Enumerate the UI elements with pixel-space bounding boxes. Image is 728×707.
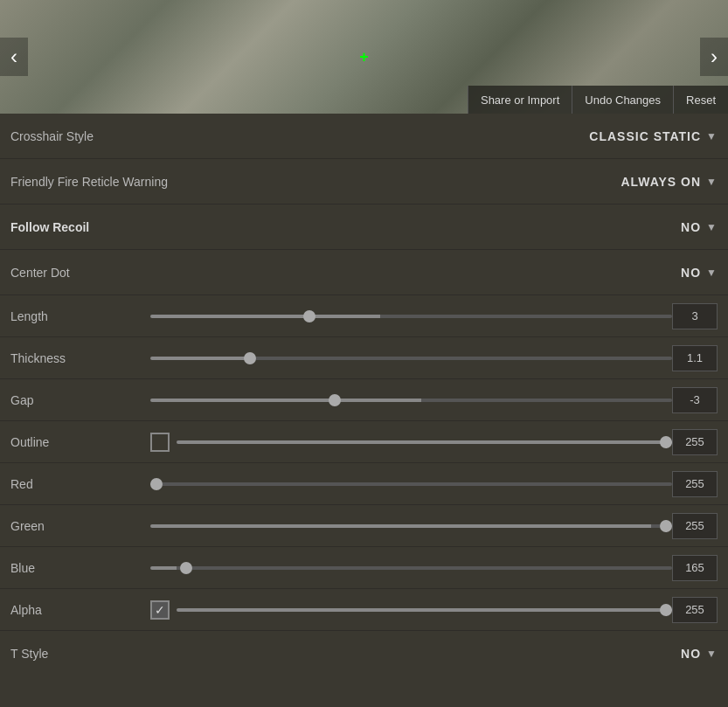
- gap-label: Gap: [10, 393, 150, 407]
- t-style-dropdown[interactable]: NO ▼: [681, 647, 718, 661]
- follow-recoil-value: NO: [681, 220, 701, 234]
- alpha-slider[interactable]: [177, 608, 672, 612]
- crosshair-style-row: Crosshair Style CLASSIC STATIC ▼: [0, 114, 728, 159]
- gap-slider[interactable]: [150, 399, 672, 402]
- length-row: Length 3: [0, 295, 728, 337]
- red-label: Red: [10, 477, 150, 491]
- green-slider[interactable]: [150, 524, 672, 528]
- gap-row: Gap -3: [0, 379, 728, 421]
- center-dot-row: Center Dot NO ▼: [0, 250, 728, 295]
- t-style-arrow-icon: ▼: [706, 648, 718, 660]
- blue-slider-container: [150, 566, 672, 570]
- alpha-slider-container: ✓: [150, 600, 672, 620]
- outline-slider[interactable]: [177, 440, 672, 444]
- toolbar: Share or Import Undo Changes Reset: [468, 86, 728, 114]
- nav-next-button[interactable]: ›: [700, 38, 728, 76]
- friendly-fire-value: ALWAYS ON: [621, 175, 701, 189]
- length-value: 3: [672, 303, 718, 329]
- center-dot-dropdown[interactable]: NO ▼: [681, 266, 718, 280]
- blue-value: 165: [672, 555, 718, 581]
- t-style-control: NO ▼: [681, 647, 718, 661]
- crosshair-style-control: CLASSIC STATIC ▼: [589, 129, 718, 143]
- friendly-fire-label: Friendly Fire Reticle Warning: [10, 175, 168, 189]
- alpha-row: Alpha ✓ 255: [0, 589, 728, 631]
- alpha-checkmark-icon: ✓: [155, 604, 165, 616]
- gap-slider-container: [150, 399, 672, 402]
- friendly-fire-row: Friendly Fire Reticle Warning ALWAYS ON …: [0, 159, 728, 204]
- friendly-fire-arrow-icon: ▼: [706, 176, 718, 188]
- share-import-button[interactable]: Share or Import: [468, 86, 572, 114]
- red-row: Red 255: [0, 463, 728, 505]
- alpha-value: 255: [672, 597, 718, 623]
- outline-value: 255: [672, 429, 718, 455]
- outline-row: Outline 255: [0, 421, 728, 463]
- green-row: Green 255: [0, 505, 728, 547]
- thickness-slider-container: [150, 357, 672, 360]
- nav-prev-button[interactable]: ‹: [0, 38, 28, 76]
- alpha-checkbox[interactable]: ✓: [150, 600, 170, 620]
- follow-recoil-dropdown[interactable]: NO ▼: [681, 220, 718, 234]
- follow-recoil-control: NO ▼: [681, 220, 718, 234]
- crosshair-style-arrow-icon: ▼: [706, 130, 718, 142]
- green-slider-container: [150, 524, 672, 528]
- settings-panel: Crosshair Style CLASSIC STATIC ▼ Friendl…: [0, 114, 728, 676]
- undo-changes-button[interactable]: Undo Changes: [572, 86, 673, 114]
- thickness-value: 1.1: [672, 345, 718, 371]
- center-dot-label: Center Dot: [10, 266, 150, 280]
- green-value: 255: [672, 513, 718, 539]
- friendly-fire-control: ALWAYS ON ▼: [621, 175, 718, 189]
- outline-label: Outline: [10, 435, 150, 449]
- outline-checkbox[interactable]: [150, 433, 170, 452]
- crosshair-style-value: CLASSIC STATIC: [589, 129, 701, 143]
- center-dot-control: NO ▼: [681, 266, 718, 280]
- blue-label: Blue: [10, 561, 150, 575]
- crosshair-indicator: +: [359, 48, 369, 66]
- crosshair-style-dropdown[interactable]: CLASSIC STATIC ▼: [589, 129, 718, 143]
- red-slider[interactable]: [150, 482, 672, 486]
- green-label: Green: [10, 519, 150, 533]
- center-dot-arrow-icon: ▼: [706, 267, 718, 279]
- follow-recoil-arrow-icon: ▼: [706, 221, 718, 233]
- outline-slider-container: [150, 433, 672, 452]
- thickness-row: Thickness 1.1: [0, 337, 728, 379]
- red-slider-container: [150, 482, 672, 486]
- thickness-label: Thickness: [10, 351, 150, 365]
- length-slider[interactable]: [150, 315, 672, 318]
- blue-row: Blue 165: [0, 547, 728, 589]
- blue-slider[interactable]: [150, 566, 672, 570]
- length-label: Length: [10, 309, 150, 323]
- thickness-slider[interactable]: [150, 357, 672, 360]
- crosshair-style-label: Crosshair Style: [10, 129, 150, 143]
- center-dot-value: NO: [681, 266, 701, 280]
- length-slider-container: [150, 315, 672, 318]
- preview-area: + ‹ › Share or Import Undo Changes Reset: [0, 0, 728, 114]
- t-style-row: T Style NO ▼: [0, 631, 728, 676]
- t-style-value: NO: [681, 647, 701, 661]
- alpha-label: Alpha: [10, 603, 150, 617]
- gap-value: -3: [672, 387, 718, 413]
- red-value: 255: [672, 471, 718, 497]
- follow-recoil-label: Follow Recoil: [10, 220, 150, 234]
- follow-recoil-row: Follow Recoil NO ▼: [0, 204, 728, 250]
- t-style-label: T Style: [10, 647, 150, 661]
- friendly-fire-dropdown[interactable]: ALWAYS ON ▼: [621, 175, 718, 189]
- reset-button[interactable]: Reset: [673, 86, 728, 114]
